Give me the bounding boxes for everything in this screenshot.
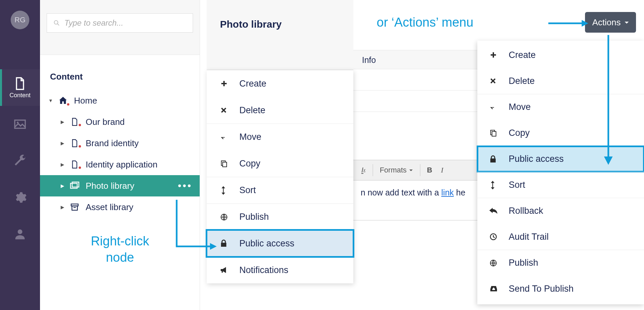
caret-right-icon: ▶: [58, 141, 66, 146]
home-icon: [55, 96, 71, 106]
ctx-delete-label: Delete: [239, 105, 265, 116]
ctx-sort-label: Sort: [239, 185, 256, 195]
act-delete[interactable]: Delete: [477, 68, 644, 94]
tree-item-label: Identity application: [83, 159, 157, 170]
nav-media[interactable]: [0, 106, 40, 143]
sort-icon: [220, 186, 239, 195]
move-icon: [220, 134, 239, 141]
svg-point-2: [18, 229, 22, 234]
gear-icon: [13, 190, 27, 204]
act-copy[interactable]: Copy: [477, 120, 644, 146]
file-icon: [66, 160, 83, 169]
tree-home-label: Home: [71, 96, 97, 106]
act-audit-trail[interactable]: Audit Trail: [477, 224, 644, 250]
caret-right-icon: ▶: [58, 162, 66, 167]
ctx-notifications[interactable]: Notifications: [207, 257, 353, 283]
formats-dropdown[interactable]: Formats: [376, 163, 417, 177]
outbox-icon: [489, 285, 509, 292]
actions-button[interactable]: Actions: [585, 12, 636, 33]
ctx-copy-label: Copy: [239, 158, 260, 169]
file-icon: [66, 118, 83, 126]
globe-icon: [489, 259, 509, 267]
ctx-copy[interactable]: Copy: [207, 150, 353, 177]
ctx-publish[interactable]: Publish: [207, 203, 353, 230]
clear-format-button[interactable]: Ix: [357, 163, 369, 177]
act-create-label: Create: [509, 50, 536, 60]
undo-icon: [489, 208, 509, 214]
ctx-notifications-label: Notifications: [239, 265, 288, 275]
svg-rect-8: [72, 206, 77, 210]
editor-link[interactable]: link: [441, 188, 454, 197]
caret-down-icon: ▼: [47, 98, 55, 103]
tab-info[interactable]: Info: [355, 50, 383, 70]
lock-icon: [220, 239, 239, 247]
act-audit-label: Audit Trail: [509, 232, 549, 242]
tree-item-label: Brand identity: [83, 138, 139, 149]
context-menu-title: Photo library: [207, 0, 353, 70]
nav-settings-gear[interactable]: [0, 179, 40, 216]
ctx-move-label: Move: [239, 132, 261, 142]
tree-item-our-brand[interactable]: ▶ Our brand: [40, 111, 200, 133]
globe-icon: [220, 213, 239, 221]
svg-rect-0: [15, 120, 25, 129]
caret-right-icon: ▶: [58, 183, 66, 188]
act-copy-label: Copy: [509, 128, 530, 138]
nav-content-label: Content: [9, 92, 30, 99]
svg-rect-12: [223, 188, 224, 193]
act-rollback[interactable]: Rollback: [477, 198, 644, 224]
ctx-create[interactable]: Create: [207, 70, 353, 97]
search-box[interactable]: [47, 13, 193, 33]
ctx-delete[interactable]: Delete: [207, 97, 353, 124]
search-input[interactable]: [64, 18, 187, 28]
nav-rail: RG Content: [0, 0, 40, 310]
clock-icon: [489, 233, 509, 241]
context-menu: Create Delete Move Copy Sort Publish Pub…: [207, 70, 353, 283]
act-publish[interactable]: Publish: [477, 250, 644, 276]
user-icon: [13, 227, 27, 241]
ctx-public-access-label: Public access: [239, 238, 294, 249]
tree-item-identity-app[interactable]: ▶ Identity application: [40, 154, 200, 175]
search-icon: [53, 19, 60, 27]
image-icon: [13, 117, 27, 131]
copy-icon: [489, 129, 509, 137]
file-icon: [66, 139, 83, 148]
caret-right-icon: ▶: [58, 204, 66, 210]
caret-right-icon: ▶: [58, 119, 66, 125]
close-icon: [220, 107, 239, 114]
tree-item-asset-library[interactable]: ▶ Asset library: [40, 196, 200, 218]
act-move[interactable]: Move: [477, 94, 644, 120]
ctx-move[interactable]: Move: [207, 124, 353, 150]
svg-rect-17: [490, 158, 496, 162]
nav-settings-wrench[interactable]: [0, 143, 40, 179]
nav-users[interactable]: [0, 216, 40, 252]
act-send-label: Send To Publish: [509, 284, 574, 294]
italic-button[interactable]: I: [437, 163, 447, 177]
act-sort[interactable]: Sort: [477, 172, 644, 198]
plus-icon: [220, 80, 239, 88]
lock-icon: [489, 155, 509, 163]
tree-item-brand-identity[interactable]: ▶ Brand identity: [40, 133, 200, 154]
tree-home[interactable]: ▼ Home: [40, 90, 200, 111]
ctx-publish-label: Publish: [239, 212, 269, 222]
actions-menu: Create Delete Move Copy Public access So…: [477, 41, 644, 304]
act-create[interactable]: Create: [477, 42, 644, 68]
svg-rect-18: [492, 182, 493, 187]
tree: ▼ Home ▶ Our brand ▶ Brand identity: [40, 90, 200, 218]
act-sort-label: Sort: [509, 180, 525, 190]
tree-item-photo-library[interactable]: ▶ Photo library •••: [40, 175, 200, 196]
avatar[interactable]: RG: [11, 11, 29, 29]
act-send-to-publish[interactable]: Send To Publish: [477, 276, 644, 302]
ctx-public-access[interactable]: Public access: [207, 230, 353, 257]
svg-rect-6: [72, 182, 79, 187]
more-icon[interactable]: •••: [178, 180, 192, 191]
file-icon: [13, 77, 27, 91]
act-public-access[interactable]: Public access: [477, 146, 644, 172]
ctx-sort[interactable]: Sort: [207, 177, 353, 203]
nav-content[interactable]: Content: [0, 69, 40, 106]
nav-items: Content: [0, 69, 40, 252]
tree-item-label: Our brand: [83, 117, 125, 127]
sort-icon: [489, 181, 509, 189]
bold-button[interactable]: B: [423, 163, 436, 177]
svg-rect-14: [221, 243, 226, 247]
copy-icon: [220, 159, 239, 167]
